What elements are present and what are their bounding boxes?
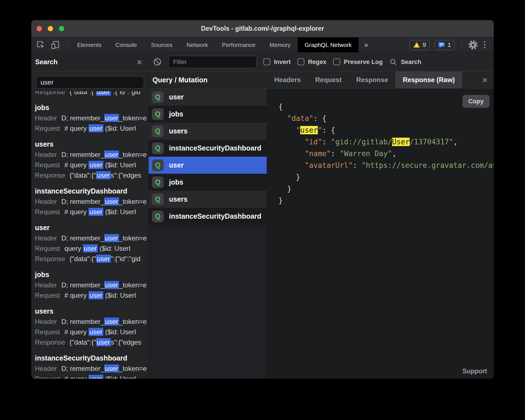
issues-count: 1 (448, 41, 451, 49)
result-fragment: D; remember_ (61, 318, 104, 325)
issues-badge[interactable]: 1 (434, 40, 455, 50)
tab-sources[interactable]: Sources (144, 37, 180, 52)
query-row-users[interactable]: Qusers (149, 123, 267, 140)
match-highlight: user (96, 338, 111, 346)
more-tabs-chevron[interactable]: » (359, 37, 374, 52)
search-result-line[interactable]: Response{"data":{"user":{"id":"gid (35, 91, 147, 97)
search-result-line[interactable]: HeaderD; remember_user_token=e (35, 316, 147, 327)
gear-icon (468, 40, 478, 50)
search-result-line[interactable]: Request# query user ($id: UserI (35, 374, 147, 379)
filter-input[interactable] (168, 56, 257, 68)
query-row-users[interactable]: Qusers (149, 191, 267, 208)
tab-elements[interactable]: Elements (70, 37, 109, 52)
tab-performance[interactable]: Performance (215, 37, 262, 52)
inspect-element-icon[interactable] (36, 40, 45, 49)
query-row-instanceSecurityDashboard[interactable]: QinstanceSecurityDashboard (149, 140, 267, 157)
search-result-line[interactable]: HeaderD; remember_user_token=e (35, 113, 147, 123)
search-toggle[interactable]: Search (389, 58, 421, 66)
match-highlight: user (104, 114, 119, 122)
query-label: jobs (169, 110, 183, 118)
search-result-line[interactable]: HeaderD; remember_user_token=e (35, 363, 147, 374)
query-type-icon: Q (152, 211, 164, 222)
titlebar: DevTools - gitlab.com/-/graphql-explorer (31, 20, 494, 37)
search-result-line[interactable]: Requestquery user ($id: UserI (35, 243, 147, 254)
device-toolbar-icon[interactable] (51, 40, 60, 49)
json-line: { (278, 101, 494, 113)
result-fragment: D; remember_ (61, 114, 104, 122)
json-line: } (278, 183, 494, 195)
match-highlight: user (104, 364, 119, 373)
search-result-line[interactable]: HeaderD; remember_user_token=e (35, 233, 147, 243)
warning-icon (413, 41, 420, 49)
result-fragment: D; remember_ (61, 234, 104, 242)
query-mutation-panel: Query / Mutation QuserQjobsQusersQinstan… (149, 71, 267, 379)
tab-memory[interactable]: Memory (262, 37, 298, 52)
json-token (278, 138, 305, 146)
search-result-text: D; remember_user_token=e (61, 364, 147, 373)
search-result-line[interactable]: Response{"data":{"users":{"edges (35, 170, 147, 180)
tab-network[interactable]: Network (180, 37, 215, 52)
search-result-line[interactable]: Request# query user ($id: UserI (35, 327, 147, 337)
tab-graphql-network[interactable]: GraphQL Network (298, 37, 359, 52)
invert-checkbox[interactable] (263, 58, 270, 65)
support-link[interactable]: Support (462, 367, 487, 375)
search-result-kind: Response (35, 91, 65, 96)
search-result-text: # query user ($id: UserI (64, 291, 136, 299)
result-fragment: ($id: UserI (103, 375, 136, 379)
detail-tab-response[interactable]: Response (349, 71, 395, 88)
result-fragment: # query (64, 125, 89, 132)
search-result-line[interactable]: HeaderD; remember_user_token=e (35, 280, 147, 290)
query-type-icon: Q (152, 125, 164, 137)
search-result-line[interactable]: Request# query user ($id: UserI (35, 207, 147, 217)
result-fragment: D; remember_ (61, 365, 104, 372)
query-row-user[interactable]: Quser (149, 157, 267, 174)
json-token: , (453, 138, 458, 146)
search-input[interactable] (36, 76, 144, 89)
warnings-badge[interactable]: 9 (409, 40, 430, 50)
query-type-icon: Q (152, 159, 164, 171)
preserve-log-checkbox[interactable] (333, 58, 340, 65)
json-token (278, 149, 305, 158)
search-result-kind: Request (35, 208, 60, 216)
detail-tab-headers[interactable]: Headers (267, 71, 308, 88)
query-row-jobs[interactable]: Qjobs (149, 174, 267, 191)
close-window-button[interactable] (37, 26, 42, 31)
search-result-kind: Response (35, 171, 65, 179)
json-token: { (278, 102, 283, 111)
search-close-icon[interactable]: × (137, 57, 142, 67)
search-result-line[interactable]: HeaderD; remember_user_token=e (35, 149, 147, 160)
result-fragment: D; remember_ (61, 281, 104, 289)
search-result-line[interactable]: Request# query user ($id: UserI (35, 290, 147, 300)
zoom-window-button[interactable] (59, 26, 64, 31)
search-result-line[interactable]: HeaderD; remember_user_token=e (35, 196, 147, 207)
invert-label: Invert (274, 58, 291, 66)
json-token: "name" (305, 149, 331, 158)
minimize-window-button[interactable] (48, 26, 53, 31)
json-token: "Warren Day" (340, 149, 392, 158)
query-row-user[interactable]: Quser (149, 89, 267, 106)
more-options-button[interactable] (482, 41, 487, 48)
search-result-kind: Header (35, 365, 57, 372)
search-result-line[interactable]: Request# query user ($id: UserI (35, 160, 147, 170)
query-row-jobs[interactable]: Qjobs (149, 106, 267, 123)
search-result-line[interactable]: Response{"data":{"user":{"id":"gid (35, 254, 147, 264)
settings-gear-button[interactable] (468, 40, 478, 50)
query-row-instanceSecurityDashboard[interactable]: QinstanceSecurityDashboard (149, 208, 267, 225)
detail-tab-response-raw-[interactable]: Response (Raw) (395, 71, 462, 88)
search-result-text: {"data":{"user":{"id":"gid (70, 91, 140, 96)
search-result-line[interactable]: Request# query user ($id: UserI (35, 123, 147, 133)
clear-log-icon[interactable] (153, 58, 162, 66)
match-highlight: user (104, 281, 119, 289)
search-result-text: D; remember_user_token=e (61, 281, 147, 289)
copy-button[interactable]: Copy (462, 95, 490, 108)
result-fragment: s":{"edges (111, 171, 141, 179)
tab-console[interactable]: Console (109, 37, 144, 52)
match-highlight: user (83, 244, 98, 252)
detail-close-icon[interactable]: × (482, 75, 494, 85)
result-fragment: {"data":{" (70, 255, 96, 262)
search-result-line[interactable]: Response{"data":{"users":{"edges (35, 337, 147, 347)
detail-tab-request[interactable]: Request (308, 71, 349, 88)
regex-checkbox[interactable] (297, 58, 304, 65)
result-fragment: # query (64, 161, 89, 169)
result-fragment: query (64, 245, 83, 252)
